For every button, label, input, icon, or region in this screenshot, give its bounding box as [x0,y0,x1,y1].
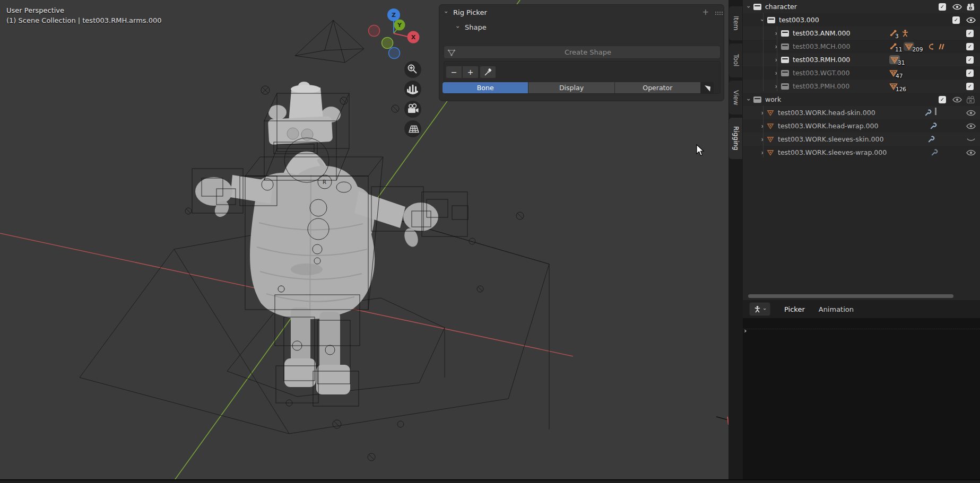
svg-text:R: R [323,179,326,185]
collection-icon [781,70,789,76]
editor-type-button[interactable]: › [749,302,770,316]
gizmo-axis-neg-x[interactable] [369,25,380,37]
outliner-row-mch[interactable]: › test003.MCH.000 11 209 ✓ [743,40,980,53]
picker-editor: › Picker Animation › [743,300,980,483]
chevron-right-icon[interactable]: › [774,83,779,90]
row-label[interactable]: test003.000 [779,16,819,24]
modifier-wrench-icon [924,109,932,117]
row-label[interactable]: test003.MCH.000 [793,42,850,50]
outliner-row-wgt[interactable]: › test003.WGT.000 47 ✓ [743,66,980,80]
render-camera-icon[interactable] [966,3,976,11]
eyedropper-button[interactable] [480,66,496,78]
row-label[interactable]: test003.WORK.sleeves-wrap.000 [778,148,887,156]
exclude-checkbox[interactable]: ✓ [966,56,974,64]
exclude-checkbox[interactable]: ✓ [966,30,974,37]
tab-item[interactable]: Item [729,6,742,40]
chevron-down-icon[interactable]: › [745,4,752,10]
outliner-row-sleeves-skin[interactable]: › test003.WORK.sleeves-skin.000 [743,133,980,146]
row-label[interactable]: test003.WORK.head-skin.000 [778,109,875,117]
tab-view[interactable]: View [729,81,742,115]
shape-icon [447,48,456,57]
create-shape-button[interactable]: Create Shape [444,46,721,59]
drag-handle-icon[interactable] [715,12,716,13]
chevron-right-icon[interactable]: › [760,149,765,156]
tab-overflow-button[interactable] [701,82,714,93]
row-label[interactable]: test003.ANM.000 [793,29,850,37]
outliner-row-head-skin[interactable]: › test003.WORK.head-skin.000 [743,106,980,119]
chevron-right-icon[interactable]: › [760,109,765,117]
outliner-row-pmh[interactable]: › test003.PMH.000 126 ✓ [743,80,980,93]
tab-picker[interactable]: Picker [784,305,805,313]
exclude-checkbox[interactable]: ✓ [939,96,946,103]
chevron-right-icon[interactable]: › [774,69,779,77]
row-label[interactable]: test003.WGT.000 [793,69,849,77]
outliner-row-test003[interactable]: › test003.000 ✓ [743,13,980,27]
eye-closed-icon[interactable] [966,136,976,143]
eye-icon[interactable] [966,110,976,116]
tab-animation[interactable]: Animation [819,305,854,313]
chevron-right-icon[interactable]: › [774,56,779,64]
count-badge: 47 [896,73,903,79]
outliner-row-rmh[interactable]: › test003.RMH.000 31 ✓ [743,53,980,66]
chevron-right-icon[interactable]: › [760,122,765,130]
tab-bone[interactable]: Bone [443,82,528,93]
add-button[interactable]: + [462,66,479,78]
tree-guide [763,13,764,91]
row-label[interactable]: test003.WORK.head-wrap.000 [778,122,878,130]
chevron-down-icon[interactable]: › [745,97,752,102]
tab-tool[interactable]: Tool [729,43,742,77]
outliner-row-work[interactable]: › work ✓ [743,93,980,106]
row-label[interactable]: test003.WORK.sleeves-skin.000 [778,135,883,143]
expand-chevron-icon[interactable]: › [744,327,747,335]
add-panel-icon[interactable]: + [702,7,709,17]
count-badge: 126 [896,86,906,92]
row-label[interactable]: test003.RMH.000 [793,56,850,64]
gizmo-axis-neg-z[interactable] [389,48,400,59]
outliner-row-sleeves-wrap[interactable]: › test003.WORK.sleeves-wrap.000 [743,146,980,159]
tab-operator[interactable]: Operator [615,82,701,93]
viewport-overlay-text: User Perspective (1) Scene Collection | … [6,5,162,25]
camera-view-button[interactable] [404,101,421,118]
eye-icon[interactable] [966,150,976,156]
outliner-row-head-wrap[interactable]: › test003.WORK.head-wrap.000 [743,119,980,133]
eye-icon[interactable] [966,17,976,23]
render-disabled-icon[interactable] [966,96,976,103]
chevron-right-icon[interactable]: › [774,43,779,50]
outliner-row-character[interactable]: › character ✓ [743,0,980,13]
pan-button[interactable] [404,81,421,98]
collection-icon [781,43,789,50]
shape-subpanel-header[interactable]: › Shape [455,22,487,32]
pyramid-wireframe [295,20,364,63]
rig-picker-header[interactable]: › Rig Picker [444,7,487,17]
view-gizmo[interactable]: Z Y X [369,8,420,59]
row-label[interactable]: test003.PMH.000 [793,82,849,90]
zoom-button[interactable] [404,61,421,78]
outliner-row-anm[interactable]: › test003.ANM.000 3 ✓ [743,27,980,40]
eye-icon[interactable] [952,4,962,10]
tab-display[interactable]: Display [528,82,614,93]
outliner-horizontal-scrollbar[interactable] [748,294,953,298]
modifier-wrench-icon [931,149,938,156]
row-label[interactable]: work [765,95,781,103]
ortho-toggle-button[interactable] [404,120,421,137]
exclude-checkbox[interactable]: ✓ [952,16,960,24]
remove-button[interactable]: − [446,66,462,78]
tab-rigging[interactable]: Rigging [729,118,742,159]
row-label[interactable]: character [765,3,797,11]
modifier-wrench-icon [927,136,935,143]
chevron-right-icon[interactable]: › [760,136,765,143]
gizmo-y-label: Y [397,22,402,29]
chevron-down-icon[interactable]: › [759,17,766,23]
duplicate-icon [937,43,944,50]
viewport-tools [404,61,421,137]
chevron-right-icon[interactable]: › [774,30,779,37]
exclude-checkbox[interactable]: ✓ [939,3,946,11]
count-badge: 11 [895,46,902,52]
eye-icon[interactable] [966,123,976,129]
eye-icon[interactable] [952,96,962,103]
exclude-checkbox[interactable]: ✓ [966,69,974,77]
exclude-checkbox[interactable]: ✓ [966,83,974,90]
tree-guide [777,26,777,91]
exclude-checkbox[interactable]: ✓ [966,43,974,50]
gizmo-axis-neg-y[interactable] [382,38,393,49]
